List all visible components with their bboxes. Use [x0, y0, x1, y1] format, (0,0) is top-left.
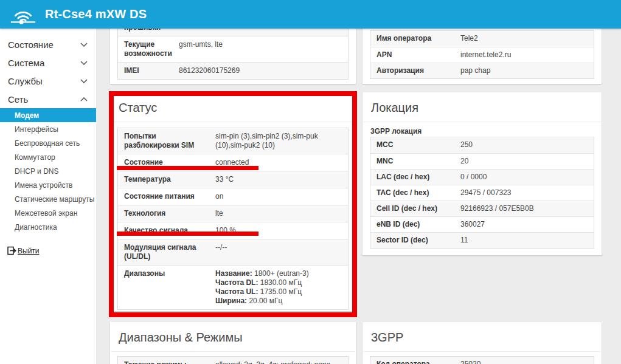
table-row: TAC (dec / hex)29475 / 007323: [370, 185, 594, 201]
panel-location: Локация 3GPP локация MCC250MNC20LAC (dec…: [363, 92, 602, 255]
row-label: eNB ID (dec): [370, 217, 460, 232]
divider: [111, 351, 355, 352]
sidebar-section-label: Состояние: [8, 39, 54, 50]
row-label: APN: [370, 47, 460, 63]
main-content: прошивкиТекущие возможностиgsm-umts, lte…: [96, 29, 621, 364]
panel-bands-modes: Диапазоны & Режимы Текущие режимыallowed…: [110, 322, 356, 364]
divider: [363, 122, 601, 122]
annotation-underline-signal-quality: [117, 232, 258, 236]
bands-modes-panel-title: Диапазоны & Режимы: [119, 331, 349, 345]
sidebar-submenu-item[interactable]: Межсетевой экран: [0, 206, 96, 220]
row-label: Cell ID (dec / hex): [370, 201, 460, 216]
sidebar: СостояниеСистемаСлужбыСеть МодемИнтерфей…: [0, 29, 96, 364]
table-row: MCC250: [370, 137, 594, 153]
row-value: 250: [460, 137, 594, 153]
sidebar-submenu-item[interactable]: Диагностика: [0, 220, 96, 234]
row-label: MNC: [370, 154, 460, 169]
sidebar-section[interactable]: Система: [0, 53, 96, 72]
row-label: Текущие режимы: [118, 357, 215, 364]
logout-icon: [7, 246, 17, 255]
location-panel-title: Локация: [371, 101, 594, 115]
app-title: Rt-Cse4 mXW DS: [45, 7, 147, 21]
row-value: internet.tele2.ru: [460, 47, 594, 63]
panel-modem-info: прошивкиТекущие возможностиgsm-umts, lte…: [110, 29, 356, 84]
sidebar-section[interactable]: Службы: [0, 72, 96, 90]
sidebar-submenu-item[interactable]: Беспроводная сеть: [0, 136, 96, 150]
location-subheader: 3GPP локация: [370, 127, 422, 136]
row-value: gsm-umts, lte: [179, 36, 348, 62]
row-label: MCC: [370, 137, 460, 153]
row-value: pap chap: [460, 63, 594, 78]
sidebar-submenu-item[interactable]: Статические маршруты: [0, 192, 96, 206]
row-value: 0 / 0000: [460, 170, 594, 185]
chevron-down-icon: [80, 43, 88, 47]
row-label: TAC (dec / hex): [370, 185, 460, 201]
sidebar-submenu-item[interactable]: Модем: [0, 108, 96, 122]
app-header: Rt-Cse4 mXW DS: [0, 0, 621, 29]
chevron-down-icon: [80, 79, 88, 83]
panel-3gpp: 3GPP Код оператора25020: [363, 322, 602, 364]
chevron-down-icon: [80, 61, 88, 65]
table-row: APNinternet.tele2.ru: [370, 47, 594, 63]
table-row: Текущие возможностиgsm-umts, lte: [118, 36, 348, 62]
sidebar-submenu-item[interactable]: DHCP и DNS: [0, 164, 96, 178]
chevron-up-icon: [80, 97, 88, 101]
table-row: Код оператора25020: [370, 357, 594, 364]
sidebar-section-label: Сеть: [8, 94, 28, 105]
row-value: 92166923 / 057E5B0B: [460, 201, 594, 216]
logout-label: Выйти: [18, 247, 40, 255]
row-label: Имя оператора: [370, 31, 460, 47]
row-label: прошивки: [118, 29, 179, 36]
row-value: allowed: 2g, 3g, 4g; preferred: none: [215, 357, 348, 364]
row-value: 360027: [460, 217, 594, 232]
panel-operator: Имя оператораTele2APNinternet.tele2.ruАв…: [363, 29, 602, 84]
row-value: 25020: [460, 357, 594, 364]
row-label: Авторизация: [370, 63, 460, 78]
sidebar-submenu-item[interactable]: Интерфейсы: [0, 122, 96, 136]
table-row: Текущие режимыallowed: 2g, 3g, 4g; prefe…: [118, 357, 348, 364]
row-label: Sector ID (dec): [370, 233, 460, 248]
table-row: Sector ID (dec)11: [370, 232, 594, 248]
sidebar-section[interactable]: Сеть: [0, 90, 96, 108]
row-label: IMEI: [118, 63, 179, 79]
row-value: [179, 29, 348, 36]
row-value: Tele2: [460, 31, 594, 47]
table-row: eNB ID (dec)360027: [370, 216, 594, 232]
table-row: прошивки: [118, 29, 348, 36]
table-row: IMEI861232060175269: [118, 62, 348, 79]
sidebar-section-label: Система: [8, 58, 44, 68]
row-value: 11: [460, 233, 594, 248]
table-row: LAC (dec / hex)0 / 0000: [370, 169, 594, 185]
table-row: Cell ID (dec / hex)92166923 / 057E5B0B: [370, 201, 594, 216]
sidebar-submenu-item[interactable]: Имена устройств: [0, 178, 96, 192]
row-label: Код оператора: [370, 357, 460, 364]
3gpp-panel-title: 3GPP: [371, 331, 594, 345]
row-value: 29475 / 007323: [460, 185, 594, 201]
table-row: Имя оператораTele2: [370, 31, 594, 47]
annotation-underline-connected: [117, 166, 258, 170]
table-row: MNC20: [370, 153, 594, 169]
page: Rt-Cse4 mXW DS СостояниеСистемаСлужбыСет…: [0, 0, 621, 364]
logout-link[interactable]: Выйти: [7, 246, 40, 255]
sidebar-submenu-item[interactable]: Коммутатор: [0, 150, 96, 164]
table-row: Авторизацияpap chap: [370, 63, 594, 78]
row-value: 20: [460, 154, 594, 169]
row-label: Текущие возможности: [118, 36, 179, 62]
row-label: LAC (dec / hex): [370, 170, 460, 185]
sidebar-section-label: Службы: [8, 76, 43, 86]
annotation-rectangle-status: [109, 91, 357, 317]
sidebar-section[interactable]: Состояние: [0, 35, 96, 53]
divider: [363, 351, 601, 352]
row-value: 861232060175269: [179, 63, 348, 79]
wifi-logo-icon: [10, 4, 36, 26]
